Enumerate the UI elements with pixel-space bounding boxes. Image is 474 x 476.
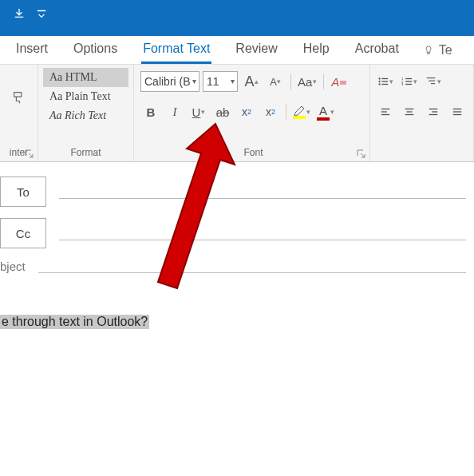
multilevel-list-button[interactable]: ▾ — [423, 71, 444, 92]
subject-field[interactable] — [38, 272, 466, 273]
highlighter-icon — [293, 105, 306, 116]
tab-insert[interactable]: Insert — [14, 38, 49, 62]
tab-acrobat[interactable]: Acrobat — [354, 38, 401, 62]
subject-label: bject — [0, 260, 26, 273]
group-clipboard: inter — [0, 65, 38, 161]
font-size-combo[interactable]: 11 ▾ — [203, 71, 238, 92]
tell-me-label: Te — [439, 43, 452, 58]
align-center-button[interactable] — [399, 101, 420, 122]
dialog-launcher-icon — [357, 149, 366, 159]
group-paragraph: ▾ 123▾ ▾ — [370, 65, 474, 161]
qat-customize-button[interactable] — [30, 3, 53, 24]
strikethrough-button[interactable]: ab — [212, 101, 233, 122]
bullets-button[interactable]: ▾ — [375, 71, 396, 92]
lightbulb-icon — [423, 45, 434, 56]
group-format-label: Format — [43, 145, 128, 161]
cc-field[interactable] — [59, 240, 466, 240]
align-left-icon — [380, 106, 391, 117]
align-justify-icon — [452, 106, 463, 117]
align-right-icon — [428, 106, 439, 117]
italic-button[interactable]: I — [164, 101, 185, 122]
underline-button[interactable]: U▾ — [188, 101, 209, 122]
bullets-icon — [377, 76, 389, 87]
chevron-down-icon: ▾ — [231, 77, 235, 85]
compose-area: To Cc bject e through text in Outlook? — [0, 162, 474, 329]
multilevel-icon — [425, 76, 436, 87]
grow-font-button[interactable]: A▴ — [241, 71, 262, 92]
format-html-option[interactable]: Aa HTML — [43, 68, 128, 87]
chevron-down-icon — [36, 8, 47, 19]
tab-options[interactable]: Options — [72, 38, 119, 62]
superscript-button[interactable]: x2 — [260, 101, 281, 122]
font-dialog-launcher[interactable] — [357, 149, 366, 158]
format-rich-option[interactable]: Aa Rich Text — [43, 106, 128, 125]
svg-point-1 — [378, 77, 380, 79]
selected-text: e through text in Outlook? — [0, 315, 149, 329]
chevron-down-icon: ▾ — [192, 77, 196, 85]
cc-button[interactable]: Cc — [0, 218, 46, 248]
align-justify-button[interactable] — [447, 101, 468, 122]
save-down-icon — [14, 8, 25, 19]
highlight-color-button[interactable]: ▾ — [291, 101, 312, 122]
align-center-icon — [404, 106, 415, 117]
tab-review[interactable]: Review — [234, 38, 278, 62]
tab-help[interactable]: Help — [302, 38, 331, 62]
bold-button[interactable]: B — [140, 101, 161, 122]
svg-rect-0: / — [340, 81, 346, 85]
group-paragraph-label — [375, 156, 468, 161]
tell-me[interactable]: Te — [423, 43, 452, 58]
svg-point-5 — [378, 83, 380, 85]
separator — [323, 73, 324, 89]
ribbon: inter Aa HTML Aa Plain Text Aa Rich Text… — [0, 65, 474, 162]
dialog-launcher-icon — [25, 149, 34, 159]
message-body[interactable]: e through text in Outlook? — [0, 315, 466, 329]
qat-save-button[interactable] — [8, 3, 30, 24]
svg-point-3 — [378, 81, 380, 82]
format-painter-button[interactable] — [9, 87, 30, 108]
numbering-button[interactable]: 123▾ — [399, 71, 420, 92]
align-left-button[interactable] — [375, 101, 396, 122]
eraser-icon: / — [339, 77, 347, 85]
to-field[interactable] — [59, 198, 466, 199]
group-font-label: Font — [140, 145, 366, 161]
clear-formatting-button[interactable]: A / — [329, 71, 350, 92]
format-plain-option[interactable]: Aa Plain Text — [43, 87, 128, 106]
paintbrush-icon — [12, 90, 26, 105]
tab-format-text[interactable]: Format Text — [141, 38, 211, 62]
separator — [286, 104, 286, 120]
separator — [290, 73, 291, 89]
change-case-button[interactable]: Aa▾ — [296, 71, 318, 92]
shrink-font-button[interactable]: A▾ — [265, 71, 286, 92]
svg-text:3: 3 — [401, 82, 404, 86]
subscript-button[interactable]: x2 — [236, 101, 257, 122]
align-right-button[interactable] — [423, 101, 444, 122]
font-color-button[interactable]: A ▾ — [315, 101, 336, 122]
font-name-combo[interactable]: Calibri (B ▾ — [140, 71, 199, 92]
group-font: Calibri (B ▾ 11 ▾ A▴ A▾ Aa▾ — [134, 65, 370, 161]
clipboard-dialog-launcher[interactable] — [25, 149, 34, 158]
group-format: Aa HTML Aa Plain Text Aa Rich Text Forma… — [38, 65, 134, 161]
title-bar — [0, 0, 474, 36]
ribbon-tabs: Insert Options Format Text Review Help A… — [0, 36, 474, 65]
to-button[interactable]: To — [0, 177, 46, 207]
numbering-icon: 123 — [401, 76, 413, 87]
